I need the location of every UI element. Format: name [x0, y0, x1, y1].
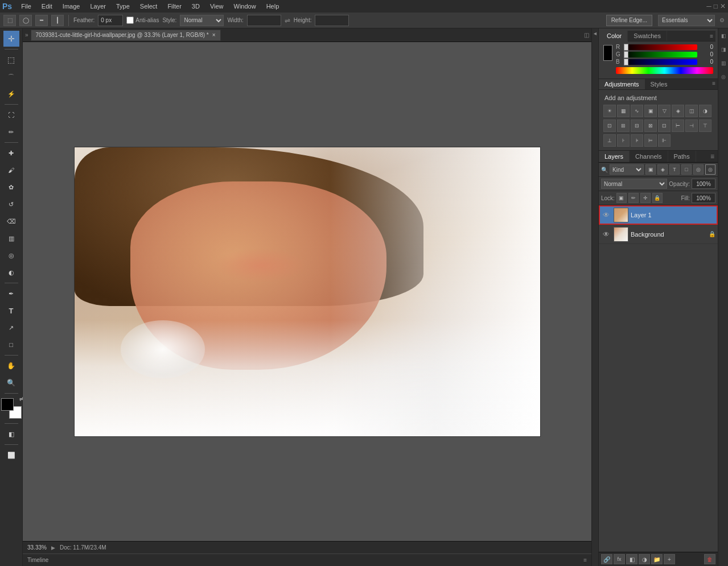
workspace-select[interactable]: Essentials — [658, 15, 715, 26]
new-layer-btn[interactable]: + — [664, 554, 675, 564]
window-close[interactable]: ✕ — [720, 2, 726, 10]
feather-input[interactable] — [98, 15, 123, 26]
width-input[interactable] — [247, 15, 281, 26]
anti-alias-checkbox[interactable] — [126, 16, 134, 24]
layer-item-background[interactable]: 👁 Background 🔒 — [599, 225, 718, 244]
height-input[interactable] — [315, 15, 349, 26]
filter-toggle[interactable]: ◎ — [705, 164, 715, 175]
tab-layers[interactable]: Layers — [599, 151, 630, 162]
marquee-rect-btn[interactable]: ⬚ — [3, 15, 16, 26]
quick-select-tool[interactable]: ⚡ — [3, 86, 19, 102]
menu-filter[interactable]: Filter — [163, 2, 186, 11]
adj-icon-11[interactable]: ⊧ — [631, 134, 643, 147]
file-tab-close[interactable]: × — [212, 32, 216, 38]
filter-adj-icon[interactable]: ◈ — [657, 164, 668, 175]
selective-color-icon[interactable]: ⊤ — [699, 119, 711, 132]
pen-tool[interactable]: ✒ — [3, 286, 19, 301]
adj-icon-12[interactable]: ⊨ — [644, 134, 657, 147]
marquee-ellipse-btn[interactable]: ◯ — [19, 15, 32, 26]
filter-shape-icon[interactable]: □ — [681, 164, 692, 175]
brightness-contrast-icon[interactable]: ☀ — [603, 105, 616, 117]
panel-collapse-handle[interactable]: ◄ — [591, 28, 598, 566]
hand-tool[interactable]: ✋ — [3, 358, 19, 374]
tab-collapse-left[interactable]: » — [25, 32, 28, 38]
mini-tool-4[interactable]: ◎ — [719, 71, 728, 83]
menu-image[interactable]: Image — [58, 2, 85, 11]
refine-edge-button[interactable]: Refine Edge... — [606, 15, 652, 26]
adj-icon-10[interactable]: ⊦ — [617, 134, 630, 147]
color-spectrum-bar[interactable] — [616, 67, 713, 74]
screen-mode-tool[interactable]: ⬜ — [3, 447, 19, 463]
type-tool[interactable]: T — [3, 303, 19, 319]
filter-type-icon[interactable]: T — [669, 164, 680, 175]
path-select-tool[interactable]: ↗ — [3, 320, 19, 336]
mini-tool-1[interactable]: ◧ — [719, 30, 728, 42]
curves-icon[interactable]: ∿ — [631, 105, 643, 117]
crop-tool[interactable]: ⛶ — [3, 107, 19, 123]
layer1-visibility-toggle[interactable]: 👁 — [601, 210, 611, 220]
dodge-tool[interactable]: ◐ — [3, 265, 19, 280]
window-minimize[interactable]: ─ — [706, 2, 711, 10]
layers-kind-select[interactable]: Kind — [610, 164, 644, 175]
tab-adjustments[interactable]: Adjustments — [599, 79, 645, 89]
marquee-rect-tool[interactable]: ⬚ — [3, 52, 19, 68]
add-layer-style-btn[interactable]: fx — [614, 554, 625, 564]
menu-3d[interactable]: 3D — [187, 2, 204, 11]
opacity-input[interactable] — [692, 179, 715, 189]
tab-color[interactable]: Color — [601, 31, 628, 42]
healing-brush-tool[interactable]: ✚ — [3, 145, 19, 161]
photo-filter-icon[interactable]: ⊡ — [603, 119, 616, 132]
swap-dimensions-icon[interactable]: ⇌ — [285, 16, 290, 24]
threshold-icon[interactable]: ⊢ — [672, 119, 684, 132]
posterize-icon[interactable]: ⊡ — [658, 119, 671, 132]
shape-tool[interactable]: □ — [3, 337, 19, 353]
channel-mixer-icon[interactable]: ⊞ — [617, 119, 630, 132]
menu-edit[interactable]: Edit — [37, 2, 57, 11]
fill-input[interactable] — [692, 193, 715, 203]
adj-icon-9[interactable]: ⊥ — [603, 134, 616, 147]
adjustments-panel-menu[interactable]: ≡ — [710, 79, 718, 89]
color-lookup-icon[interactable]: ⊟ — [631, 119, 643, 132]
menu-window[interactable]: Window — [229, 2, 261, 11]
foreground-color-swatch[interactable] — [1, 398, 14, 411]
adj-icon-13[interactable]: ⊩ — [658, 134, 671, 147]
add-layer-mask-btn[interactable]: ◧ — [626, 554, 637, 564]
gradient-map-icon[interactable]: ⊣ — [685, 119, 698, 132]
background-visibility-toggle[interactable]: 👁 — [601, 229, 611, 239]
lock-paint-icon[interactable]: ✏ — [628, 193, 639, 203]
eyedropper-tool[interactable]: ✏ — [3, 124, 19, 140]
move-tool[interactable]: ✛ — [3, 31, 19, 47]
lock-pixels-icon[interactable]: ▣ — [616, 193, 627, 203]
menu-help[interactable]: Help — [262, 2, 284, 11]
menu-type[interactable]: Type — [112, 2, 134, 11]
menu-select[interactable]: Select — [135, 2, 162, 11]
file-tab[interactable]: 7039381-cute-little-girl-hd-wallpaper.jp… — [31, 30, 221, 41]
lock-all-icon[interactable]: 🔒 — [652, 193, 663, 203]
timeline-collapse[interactable]: ≡ — [583, 557, 587, 563]
lasso-tool[interactable]: ⌒ — [3, 69, 19, 85]
blur-tool[interactable]: ◎ — [3, 247, 19, 263]
window-maximize[interactable]: □ — [714, 2, 718, 10]
color-preview-swatch[interactable] — [603, 45, 612, 61]
mini-tool-3[interactable]: ▥ — [719, 57, 728, 69]
exposure-icon[interactable]: ▣ — [644, 105, 657, 117]
filter-smart-icon[interactable]: ◎ — [693, 164, 704, 175]
delete-layer-btn[interactable]: 🗑 — [704, 554, 715, 564]
add-group-btn[interactable]: 📁 — [651, 554, 663, 564]
history-brush-tool[interactable]: ↺ — [3, 196, 19, 212]
blend-mode-select[interactable]: Normal — [601, 179, 667, 189]
filter-pixel-icon[interactable]: ▣ — [645, 164, 656, 175]
canvas-scroll[interactable] — [23, 42, 591, 541]
menu-layer[interactable]: Layer — [85, 2, 110, 11]
link-layers-btn[interactable]: 🔗 — [601, 554, 612, 564]
quick-mask-tool[interactable]: ◧ — [3, 426, 19, 442]
invert-icon[interactable]: ⊠ — [644, 119, 657, 132]
tab-channels[interactable]: Channels — [630, 151, 668, 162]
menu-file[interactable]: File — [17, 2, 36, 11]
add-adjustment-btn[interactable]: ◑ — [639, 554, 650, 564]
color-balance-icon[interactable]: ◫ — [685, 105, 698, 117]
bw-icon[interactable]: ◑ — [699, 105, 711, 117]
layers-panel-menu[interactable]: ≡ — [707, 151, 718, 162]
color-panel-menu[interactable]: ≡ — [708, 32, 715, 40]
blue-slider[interactable] — [624, 59, 697, 65]
